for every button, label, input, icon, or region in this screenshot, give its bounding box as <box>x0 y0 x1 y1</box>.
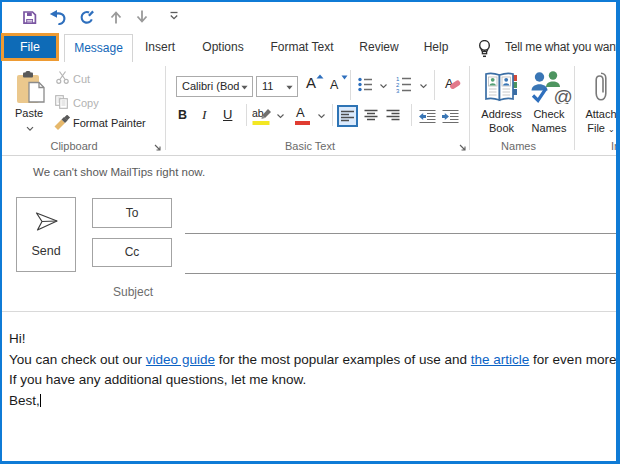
svg-text:3: 3 <box>396 88 400 94</box>
svg-text:@: @ <box>554 86 573 105</box>
